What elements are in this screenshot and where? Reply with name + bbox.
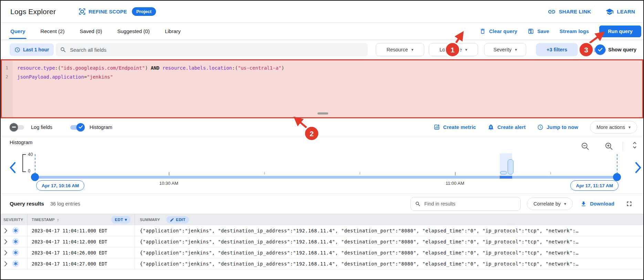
minus-icon [10,123,18,131]
page-title: Logs Explorer [10,8,56,16]
log-fields-label: Log fields [31,124,52,130]
download-button[interactable]: Download [580,201,614,207]
edit-summary-button[interactable]: EDIT [166,216,189,223]
tab-suggested[interactable]: Suggested (0) [116,23,150,39]
jump-to-now-label: Jump to now [547,124,578,130]
create-alert-label: Create alert [497,124,526,130]
log-entries-count: 36 log entries [50,201,80,207]
create-metric-button[interactable]: Create metric [434,124,476,130]
severity-default-icon [12,227,19,234]
create-alert-button[interactable]: Create alert [488,124,526,130]
save-button[interactable]: Save [528,28,549,34]
zoom-in-icon[interactable] [604,142,614,151]
query-editor[interactable]: 1 resource.type:("ids.googleapis.com/End… [1,59,643,118]
severity-default-icon [12,249,19,256]
row-summary: {"application":"jenkins", "destination_i… [135,247,643,258]
range-start-chip[interactable]: Apr 17, 10:16 AM [36,180,84,191]
search-all-fields [56,43,368,56]
range-end-handle[interactable] [613,173,621,181]
tab-recent[interactable]: Recent (2) [40,23,65,39]
line-number: 1 [2,63,13,72]
row-timestamp: 2023-04-17 11:04:26.000 EDT [28,247,135,258]
histogram-bar[interactable] [500,171,507,174]
expand-collapse-icon[interactable] [630,141,639,150]
histogram-panel: Histogram 40 0 10:30 AM [1,136,643,194]
logs-explorer-app: Logs Explorer REFINE SCOPE Project SHARE… [0,0,644,280]
tab-saved[interactable]: Saved (0) [79,23,103,39]
table-row[interactable]: 2023-04-17 11:04:26.000 EDT {"applicatio… [1,247,643,258]
search-input[interactable] [70,47,364,53]
severity-default-icon [12,238,19,245]
stream-logs-label: Stream logs [560,29,589,34]
refine-scope-button[interactable]: REFINE SCOPE Project [79,7,156,16]
row-timestamp: 2023-04-17 11:04:27.000 EDT [28,258,135,269]
more-actions-button[interactable]: More actions ▾ [590,121,637,133]
histogram-toggle[interactable] [67,122,85,132]
severity-column-header[interactable]: SEVERITY [1,214,28,225]
tab-library[interactable]: Library [164,23,181,39]
fullscreen-icon[interactable] [625,200,633,208]
query-actions: Clear query Save Stream logs Run query [479,26,641,37]
row-summary: {"application":"jenkins", "destination_i… [135,236,643,247]
sort-ascending-icon[interactable]: ↑ [57,217,59,222]
timestamp-column-header[interactable]: TIMESTAMP ↑ EDT ▾ [28,214,135,225]
learn-button[interactable]: LEARN [605,8,635,16]
row-summary: {"application":"jenkins", "destination_i… [135,225,643,236]
pan-left-icon[interactable] [9,162,17,173]
show-query-label: Show query [608,47,636,52]
query-results-bar: Query results 36 log entries Correlate b… [1,194,643,214]
range-start-handle[interactable] [31,173,39,181]
table-row[interactable]: 2023-04-17 11:04:27.000 EDT {"applicatio… [1,258,643,269]
resource-dropdown[interactable]: Resource▾ [376,43,424,56]
share-link-button[interactable]: SHARE LINK [548,8,591,16]
show-query-toggle[interactable]: Show query [590,44,636,55]
table-row[interactable]: 2023-04-17 11:04:12.000 EDT {"applicatio… [1,236,643,247]
expand-row-icon[interactable] [4,250,8,256]
histogram-bar[interactable] [508,159,513,174]
summary-column-header: SUMMARY EDIT [135,214,643,225]
chevron-down-icon: ▾ [515,47,517,52]
editor-resize-handle[interactable] [318,112,328,114]
table-header-row: SEVERITY TIMESTAMP ↑ EDT ▾ SUMMARY EDIT [1,214,643,225]
severity-dropdown[interactable]: Severity▾ [484,43,526,56]
log-name-dropdown[interactable]: Log name▾ [429,43,478,56]
zoom-out-icon[interactable] [581,142,590,151]
log-entries-table: SEVERITY TIMESTAMP ↑ EDT ▾ SUMMARY EDIT [1,214,643,269]
time-range-button[interactable]: Last 1 hour [10,43,54,56]
check-icon [76,123,85,131]
pan-right-icon[interactable] [634,162,642,173]
timeline-tick-label: 11:00 AM [446,181,464,186]
clear-query-label: Clear query [489,29,517,34]
y-axis-max: 40 [28,152,33,157]
histogram-title: Histogram [10,140,32,145]
project-scope-badge[interactable]: Project [132,7,156,16]
clock-icon [14,47,20,53]
clear-query-button[interactable]: Clear query [479,28,517,34]
more-filters-button[interactable]: +3 filters [536,43,578,56]
query-code: 1 resource.type:("ids.googleapis.com/End… [2,60,642,81]
timezone-selector[interactable]: EDT ▾ [111,216,131,223]
save-label: Save [537,29,549,34]
histogram-toggle-label: Histogram [90,124,112,130]
jump-to-now-button[interactable]: Jump to now [537,124,578,130]
query-line: 2 jsonPayload.application="jenkins" [2,72,642,81]
expand-row-icon[interactable] [4,239,8,244]
stream-logs-button[interactable]: Stream logs [560,29,589,34]
find-in-results-input[interactable] [424,201,516,207]
expand-row-icon[interactable] [4,228,8,233]
log-fields-toggle[interactable] [9,122,27,132]
table-row[interactable]: 2023-04-17 11:04:11.000 EDT {"applicatio… [1,225,643,236]
y-axis-bracket [22,154,26,172]
time-range-label: Last 1 hour [23,47,49,52]
tab-bar: Query Recent (2) Saved (0) Suggested (0)… [1,23,643,40]
timeline-track[interactable] [35,176,617,179]
tab-query[interactable]: Query [10,23,26,39]
row-summary: {"application":"jenkins", "destination_i… [135,258,643,269]
range-end-chip[interactable]: Apr 17, 11:17 AM [570,180,619,191]
download-icon [580,201,587,207]
timeline-tick [169,172,169,176]
correlate-by-dropdown[interactable]: Correlate by ▾ [527,198,573,210]
clock-icon [537,124,543,130]
expand-row-icon[interactable] [4,261,8,267]
run-query-button[interactable]: Run query [599,26,641,37]
